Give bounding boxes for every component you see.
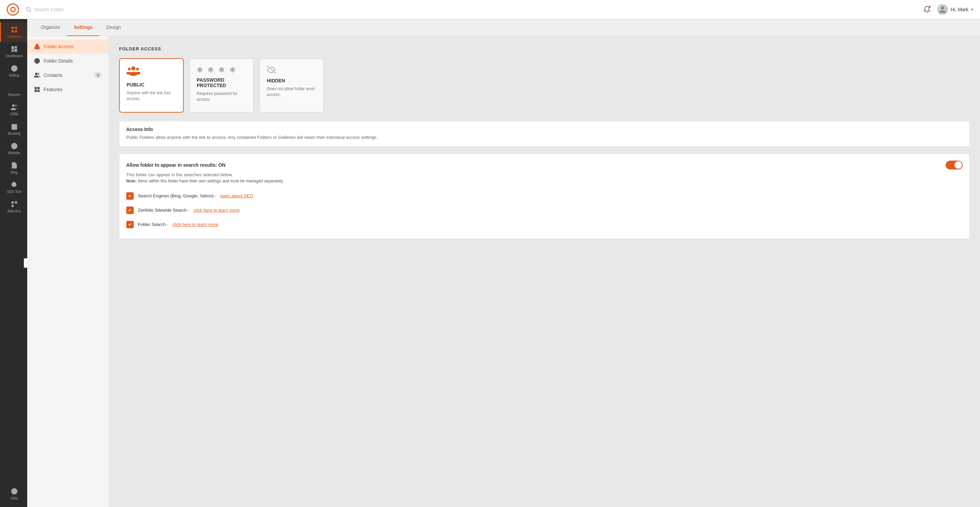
contacts-icon — [34, 72, 40, 78]
sidebar-label-selling: Selling — [9, 73, 19, 77]
lock-icon — [34, 44, 40, 50]
svg-rect-4 — [11, 30, 13, 32]
zenfolio-search-label: Zenfolio Sitewide Search - — [138, 208, 189, 213]
nav-features-label: Features — [43, 87, 62, 92]
access-card-public[interactable]: PUBLIC Anyone with the link has access. — [119, 58, 184, 113]
main-layout: Galleries Dashboard Selling Reports CRM … — [0, 19, 980, 507]
topbar-right: Hi, Mark ▾ — [922, 4, 973, 15]
sidebar-label-crm: CRM — [10, 112, 18, 116]
search-engines-checkbox[interactable] — [126, 192, 134, 200]
password-card-title: PASSWORD PROTECTED — [197, 77, 247, 88]
svg-rect-31 — [38, 90, 40, 92]
sidebar-item-selling[interactable]: Selling — [0, 61, 27, 81]
features-icon — [34, 86, 40, 92]
password-card-desc: Requires password for access. — [197, 91, 247, 102]
hidden-icon — [267, 66, 317, 75]
sidebar-item-add-ons[interactable]: Add-Ons — [0, 197, 27, 216]
topbar: Search Folder Hi, Mark ▾ — [0, 0, 980, 19]
svg-point-36 — [136, 68, 139, 70]
folder-learn-more-link[interactable]: click here to learn more — [172, 222, 218, 227]
sidebar-collapse-button[interactable]: › — [24, 258, 27, 268]
contacts-badge: 0 — [94, 73, 102, 78]
section-title: FOLDER ACCESS — [119, 46, 970, 51]
search-settings-title: Allow folder to appear in search results… — [126, 162, 226, 168]
nav-contacts-label: Contacts — [43, 73, 62, 78]
tab-design[interactable]: Design — [99, 19, 128, 36]
sidebar-item-dashboard[interactable]: Dashboard — [0, 42, 27, 61]
access-card-password[interactable]: ✱ ✱ ✱ ✱ PASSWORD PROTECTED Requires pass… — [189, 58, 254, 113]
settings-content: Folder Access Folder Details — [27, 36, 980, 507]
sidebar-item-blog[interactable]: Blog — [0, 158, 27, 178]
sidebar-item-crm[interactable]: CRM — [0, 100, 27, 119]
user-greeting: Hi, Mark — [951, 7, 969, 12]
access-cards: PUBLIC Anyone with the link has access. … — [119, 58, 970, 113]
access-info-box: Access Info Public Folders allow anyone … — [119, 121, 970, 147]
sidebar-item-seo-tool[interactable]: SEO Tool — [0, 178, 27, 197]
nav-folder-details[interactable]: Folder Details — [27, 54, 108, 68]
svg-point-34 — [128, 68, 130, 70]
search-engines-label: Search Engines (Bing, Google, Yahoo) - — [138, 193, 216, 199]
folder-search-checkbox[interactable] — [126, 221, 134, 228]
search-toggle[interactable] — [946, 161, 963, 170]
svg-rect-23 — [35, 46, 40, 49]
public-card-desc: Anyone with the link has access. — [127, 90, 176, 102]
svg-rect-8 — [11, 124, 17, 130]
zenfolio-learn-more-link[interactable]: click here to learn more — [194, 208, 240, 213]
learn-seo-link[interactable]: learn about SEO — [221, 193, 253, 199]
search-placeholder[interactable]: Search Folder — [34, 7, 64, 12]
search-settings-box: Allow folder to appear in search results… — [119, 153, 970, 239]
chevron-down-icon: ▾ — [971, 7, 973, 12]
svg-line-1 — [30, 11, 30, 11]
nav-folder-access-label: Folder Access — [43, 44, 73, 49]
tab-settings[interactable]: Settings — [67, 19, 99, 36]
access-info-title: Access Info — [126, 127, 963, 132]
search-engines-item: Search Engines (Bing, Google, Yahoo) - l… — [126, 189, 963, 203]
folder-search-item: Folder Search - click here to learn more — [126, 218, 963, 232]
notification-dot — [928, 5, 931, 8]
svg-rect-5 — [14, 30, 17, 32]
svg-rect-20 — [11, 205, 13, 207]
svg-rect-2 — [11, 27, 13, 29]
svg-rect-3 — [14, 27, 17, 29]
sidebar-label-booking: Booking — [8, 132, 20, 135]
sidebar-item-help[interactable]: Help — [0, 484, 27, 504]
sidebar-label-website: Website — [8, 151, 21, 155]
hidden-card-title: HIDDEN — [267, 78, 317, 83]
access-card-hidden[interactable]: HIDDEN Does not allow folder level acces… — [259, 58, 324, 113]
app-logo[interactable] — [7, 3, 19, 16]
svg-rect-18 — [11, 202, 13, 203]
sidebar-item-booking[interactable]: Booking — [0, 119, 27, 139]
sidebar-item-website[interactable]: Website — [0, 139, 27, 158]
svg-point-16 — [11, 182, 16, 187]
notification-bell[interactable] — [922, 5, 932, 14]
password-icon: ✱ ✱ ✱ ✱ — [197, 66, 247, 75]
nav-folder-access[interactable]: Folder Access — [27, 40, 108, 54]
svg-line-17 — [16, 186, 17, 188]
nav-contacts[interactable]: Contacts 0 — [27, 68, 108, 83]
sidebar-label-blog: Blog — [11, 170, 18, 174]
content-area: Organize Settings Design Folder Access — [27, 19, 980, 507]
sidebar-item-reports[interactable]: Reports — [0, 81, 27, 100]
sidebar-item-galleries[interactable]: Galleries — [0, 22, 27, 42]
svg-point-32 — [131, 66, 135, 70]
search-bar: Search Folder — [26, 7, 922, 12]
info-icon — [34, 58, 40, 64]
nav-folder-details-label: Folder Details — [43, 58, 73, 64]
svg-rect-28 — [35, 87, 37, 89]
settings-nav: Folder Access Folder Details — [27, 36, 109, 507]
nav-features[interactable]: Features — [27, 83, 108, 97]
user-menu[interactable]: Hi, Mark ▾ — [937, 4, 973, 15]
sidebar: Galleries Dashboard Selling Reports CRM … — [0, 19, 27, 507]
access-info-text: Public Folders allow anyone with the lin… — [126, 134, 963, 141]
svg-point-0 — [27, 8, 30, 11]
search-icon — [26, 7, 31, 12]
tab-organize[interactable]: Organize — [34, 19, 67, 36]
settings-panel: FOLDER ACCESS — [109, 36, 980, 507]
hidden-card-desc: Does not allow folder level access. — [267, 86, 317, 98]
svg-rect-29 — [38, 87, 40, 89]
tab-bar: Organize Settings Design — [27, 19, 980, 36]
svg-point-7 — [12, 105, 14, 107]
svg-point-27 — [35, 73, 37, 75]
zenfolio-search-checkbox[interactable] — [126, 207, 134, 214]
search-note: Note: Items within this folder have thei… — [126, 179, 963, 183]
